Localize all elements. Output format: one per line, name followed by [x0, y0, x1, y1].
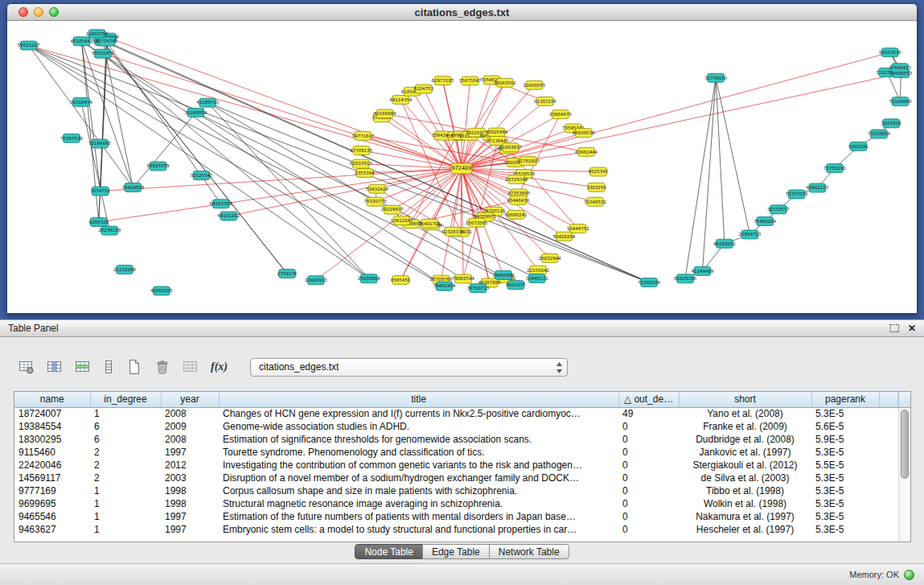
column-header-out_de[interactable]: △ out_de…	[618, 392, 679, 407]
graph-node[interactable]: 33445131	[526, 274, 548, 283]
table-cell[interactable]: 18724007	[14, 407, 90, 420]
graph-node[interactable]: 20430555	[523, 80, 545, 89]
graph-node[interactable]: 64901123	[806, 183, 828, 192]
table-cell[interactable]: Changes of HCN gene expression and I(f) …	[219, 407, 618, 420]
table-cell[interactable]: 2	[90, 472, 161, 484]
graph-node[interactable]: 2355394	[355, 168, 375, 177]
table-cell[interactable]: Disruption of a novel member of a sodium…	[219, 472, 618, 484]
table-cell[interactable]: 1	[90, 510, 161, 523]
graph-node[interactable]: 31734150	[704, 73, 727, 82]
graph-node[interactable]: 61663637	[499, 143, 522, 152]
graph-node[interactable]: 6104753	[414, 84, 434, 93]
table-cell[interactable]: Estimation of the future numbers of pati…	[219, 510, 618, 523]
graph-node[interactable]: 73158854	[868, 130, 890, 138]
table-cell[interactable]: 6	[90, 420, 161, 433]
graph-node[interactable]: 9025343	[589, 167, 609, 176]
table-cell[interactable]: 1997	[161, 446, 219, 459]
graph-node[interactable]: 2759176	[277, 270, 298, 278]
graph-node[interactable]: 18925484	[485, 128, 507, 137]
graph-node[interactable]: 74771617	[351, 131, 374, 140]
graph-node[interactable]: 70104668	[889, 97, 912, 106]
scrollbar-thumb[interactable]	[901, 410, 909, 479]
table-row[interactable]: 1938455462009Genome-wide association stu…	[14, 420, 898, 433]
graph-node[interactable]: 39243502	[494, 78, 516, 87]
new-table-button[interactable]	[125, 358, 143, 376]
graph-node[interactable]: 74460986	[492, 270, 515, 279]
table-cell[interactable]: Estimation of significance thresholds fo…	[219, 433, 618, 446]
table-cell[interactable]: 14569117	[14, 472, 90, 484]
table-row[interactable]: 1456911722003Disruption of a novel membe…	[14, 472, 898, 484]
graph-node[interactable]: 37440423	[889, 64, 911, 72]
table-cell[interactable]: 5.3E-5	[811, 510, 879, 523]
vertical-scrollbar[interactable]	[898, 408, 910, 542]
table-cell[interactable]: 9699695	[14, 497, 90, 510]
graph-node[interactable]: 40261805	[150, 286, 173, 295]
graph-node[interactable]: 76424589	[121, 183, 144, 192]
tab-node-table[interactable]: Node Table	[355, 544, 423, 559]
graph-node[interactable]: 3383259	[586, 183, 606, 192]
table-cell[interactable]: 0	[618, 523, 679, 536]
graph-node[interactable]: 62973185	[432, 76, 454, 85]
table-cell[interactable]: 49	[618, 407, 679, 420]
float-panel-icon[interactable]	[889, 323, 900, 333]
table-cell[interactable]: 9115460	[14, 446, 90, 459]
table-cell[interactable]: 1997	[161, 523, 219, 536]
select-mode-button[interactable]	[74, 358, 92, 376]
graph-node[interactable]: 89925559	[147, 162, 170, 171]
table-cell[interactable]: 0	[618, 420, 679, 433]
network-window[interactable]: citations_edges.txt 73942479352941304996…	[6, 3, 918, 314]
table-cell[interactable]: 5.6E-5	[811, 420, 879, 433]
graph-node[interactable]: 5281828	[881, 119, 901, 128]
graph-node[interactable]: 30318474	[70, 97, 92, 106]
graph-node[interactable]: 3074752	[91, 187, 110, 196]
graph-node[interactable]: 62698241	[505, 210, 528, 219]
table-cell[interactable]: 18300295	[14, 433, 90, 446]
graph-node[interactable]: 32372577	[767, 205, 790, 214]
graph-node[interactable]: 82037613	[350, 159, 372, 168]
table-cell[interactable]: 2012	[161, 459, 219, 472]
table-cell[interactable]: 1997	[161, 510, 219, 523]
graph-node[interactable]: 39700713	[467, 284, 490, 293]
table-row[interactable]: 2242004622012Investigating the contribut…	[14, 459, 898, 472]
table-cell[interactable]: 2008	[161, 433, 219, 446]
graph-node[interactable]: 59521227	[18, 41, 40, 50]
table-cell[interactable]: Genome-wide association studies in ADHD.	[219, 420, 618, 433]
table-cell[interactable]: 2008	[161, 407, 219, 420]
table-cell[interactable]: Wolkin et al. (1998)	[679, 497, 811, 510]
column-header-short[interactable]: short	[679, 392, 811, 407]
table-cell[interactable]: 5.3E-5	[811, 407, 879, 420]
table-cell[interactable]: Yano et al. (2008)	[679, 407, 811, 420]
table-cell[interactable]: Franke et al. (2009)	[679, 420, 811, 433]
delete-table-button[interactable]	[154, 358, 171, 376]
table-cell[interactable]: 1	[90, 407, 161, 420]
table-cell[interactable]: 0	[618, 472, 679, 484]
table-cell[interactable]: Structural magnetic resonance image aver…	[219, 497, 618, 510]
graph-node[interactable]: 4921037	[506, 281, 526, 290]
graph-node[interactable]: 6262291	[848, 142, 868, 150]
citation-network-graph[interactable]: 7394247935294130499604471816243819225059…	[7, 22, 917, 313]
table-cell[interactable]: 19384554	[14, 420, 90, 433]
table-row[interactable]: 911546021997Tourette syndrome. Phenomeno…	[14, 446, 898, 459]
graph-node[interactable]: 10000913	[305, 276, 327, 285]
graph-node[interactable]: 22155042	[527, 266, 549, 274]
table-row[interactable]: 977716911998Corpus callosum shape and si…	[14, 484, 898, 497]
graph-node[interactable]: 70348532	[584, 197, 606, 206]
table-cell[interactable]: 5.3E-5	[811, 497, 879, 510]
graph-node[interactable]: 33684478	[549, 110, 572, 119]
graph-node[interactable]: 64114354	[389, 95, 412, 104]
table-cell[interactable]: 1	[90, 484, 161, 497]
tab-edge-table[interactable]: Edge Table	[422, 544, 490, 559]
graph-node[interactable]: 73377078	[786, 190, 808, 199]
table-cell[interactable]: Embryonic stem cells: a model to study s…	[219, 523, 618, 536]
graph-node[interactable]: 25039984	[358, 274, 380, 283]
table-cell[interactable]: 0	[618, 446, 679, 459]
row-mode-button[interactable]	[102, 358, 115, 376]
table-cell[interactable]: Investigating the contribution of common…	[219, 459, 618, 472]
graph-node[interactable]: 41144499	[692, 266, 714, 275]
graph-node[interactable]: 31049854	[185, 108, 207, 117]
table-cell[interactable]: 2	[90, 446, 161, 459]
table-cell[interactable]: Dudbridge et al. (2008)	[679, 433, 811, 446]
table-row[interactable]: 1872400712008Changes of HCN gene express…	[14, 407, 898, 420]
graph-node[interactable]: 46292052	[713, 239, 736, 248]
graph-node[interactable]: 51782803	[517, 157, 540, 166]
